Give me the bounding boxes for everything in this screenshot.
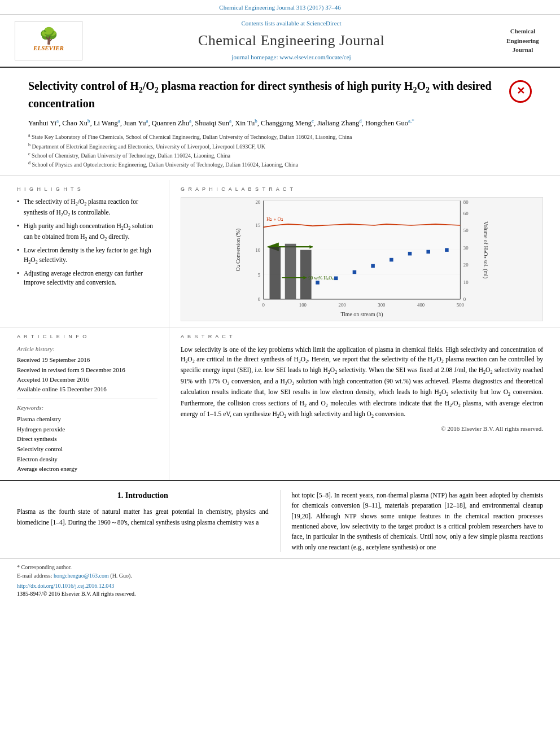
article-title-block: Selectivity control of H2/O2 plasma reac… (28, 78, 532, 112)
svg-text:20: 20 (255, 199, 260, 205)
corresponding-author-note: * Corresponding author. (17, 563, 543, 571)
crossmark-icon: ✕ (517, 84, 525, 98)
article-title-section: Selectivity control of H2/O2 plasma reac… (0, 68, 560, 176)
elsevier-logo-box: 🌳 ELSEVIER (15, 21, 82, 60)
svg-text:5: 5 (258, 272, 261, 278)
graphical-abstract-column: G R A P H I C A L A B S T R A C T (169, 180, 543, 327)
affiliations-list: a State Key Laboratory of Fine Chemicals… (28, 132, 532, 169)
divider (17, 399, 158, 399)
affiliation-c: c School of Chemistry, Dalian University… (28, 151, 532, 160)
keywords-list: Plasma chemistry Hydrogen peroxide Direc… (17, 414, 158, 474)
highlight-item-1: The selectivity of H2/O2 plasma reaction… (17, 197, 158, 218)
highlight-item-2: High purity and high concentration H2O2 … (17, 221, 158, 242)
email-note: E-mail address: hongchenguo@163.com (H. … (17, 571, 543, 580)
journal-header: 🌳 ELSEVIER Contents lists available at S… (0, 15, 560, 67)
graphical-abstract-chart: 0 5 10 15 20 0 10 20 30 50 60 80 0 100 2… (181, 197, 543, 321)
svg-text:10: 10 (255, 247, 260, 253)
highlights-column: H I G H L I G H T S The selectivity of H… (17, 180, 169, 327)
highlight-item-3: Low electron density is the key factor t… (17, 246, 158, 265)
chart-svg: 0 5 10 15 20 0 10 20 30 50 60 80 0 100 2… (181, 198, 542, 321)
highlights-graphical-section: H I G H L I G H T S The selectivity of H… (0, 180, 560, 328)
doi-link[interactable]: http://dx.doi.org/10.1016/j.cej.2016.12.… (17, 582, 543, 590)
svg-text:0: 0 (258, 296, 261, 302)
body-left-column: 1. Introduction Plasma as the fourth sta… (17, 490, 280, 552)
svg-text:10: 10 (463, 279, 469, 285)
article-info-abstract-section: A R T I C L E I N F O Article history: R… (0, 327, 560, 481)
abstract-text: Low selectivity is one of the key proble… (181, 345, 543, 420)
keywords-label: Keywords: (17, 404, 158, 412)
journal-sidebar-label: ChemicalEngineeringJournal (506, 28, 539, 53)
article-info-column: A R T I C L E I N F O Article history: R… (17, 327, 169, 480)
svg-text:50: 50 (463, 228, 469, 233)
svg-rect-36 (353, 270, 357, 274)
abstract-label: A B S T R A C T (181, 333, 543, 340)
graphical-abstract-label: G R A P H I C A L A B S T R A C T (181, 186, 543, 193)
received-revised-date: Received in revised form 9 December 2016 (17, 366, 158, 374)
keyword-4: Selectivity control (17, 444, 158, 455)
keyword-2: Hydrogen peroxide (17, 425, 158, 435)
introduction-title: 1. Introduction (17, 490, 269, 501)
svg-rect-32 (285, 244, 296, 299)
issn-text: 1385-8947/© 2016 Elsevier B.V. All right… (17, 590, 543, 598)
svg-rect-31 (270, 247, 281, 299)
affiliation-d: d School of Physics and Optoelectronic E… (28, 160, 532, 169)
affiliation-b: b Department of Electrical Engineering a… (28, 142, 532, 151)
svg-text:Time on stream (h): Time on stream (h) (340, 312, 383, 318)
svg-rect-41 (445, 248, 449, 252)
corresponding-author-label: * Corresponding author. (17, 564, 72, 570)
authors-list: Yanhui Yia, Chao Xub, Li Wanga, Juan Yua… (28, 117, 532, 129)
article-info-label: A R T I C L E I N F O (17, 333, 158, 340)
svg-text:400: 400 (417, 302, 425, 308)
keyword-3: Direct synthesis (17, 434, 158, 444)
svg-text:90 wt% H₂O₂: 90 wt% H₂O₂ (308, 276, 334, 281)
sciencedirect-link[interactable]: Contents lists available at ScienceDirec… (88, 19, 495, 28)
journal-homepage-url[interactable]: journal homepage: www.elsevier.com/locat… (88, 53, 495, 62)
article-history-label: Article history: (17, 345, 158, 353)
journal-reference-bar: Chemical Engineering Journal 313 (2017) … (0, 0, 560, 15)
abstract-column: A B S T R A C T Low selectivity is one o… (169, 327, 543, 480)
journal-sidebar-title: ChemicalEngineeringJournal (495, 27, 551, 55)
svg-text:60: 60 (463, 211, 469, 216)
abstract-copyright: © 2016 Elsevier B.V. All rights reserved… (181, 425, 543, 433)
available-date: Available online 15 December 2016 (17, 385, 158, 394)
svg-text:0: 0 (262, 302, 265, 308)
article-title: Selectivity control of H2/O2 plasma reac… (28, 78, 504, 112)
svg-text:O₂ Conversion (%): O₂ Conversion (%) (235, 229, 242, 272)
svg-rect-39 (408, 252, 412, 256)
svg-text:80: 80 (463, 199, 469, 205)
journal-citation: Chemical Engineering Journal 313 (2017) … (219, 4, 340, 11)
svg-rect-35 (334, 277, 338, 281)
keyword-5: Electron density (17, 455, 158, 465)
elsevier-wordmark: ELSEVIER (33, 44, 64, 53)
introduction-text-left: Plasma as the fourth state of natural ma… (17, 506, 269, 527)
svg-rect-38 (390, 258, 393, 262)
svg-rect-37 (371, 264, 375, 268)
affiliation-a: a State Key Laboratory of Fine Chemicals… (28, 132, 532, 141)
svg-text:100: 100 (299, 302, 307, 308)
svg-text:20: 20 (463, 262, 469, 268)
publisher-logo-area: 🌳 ELSEVIER (9, 21, 88, 60)
email-label: E-mail address: (17, 573, 52, 579)
received-date: Received 19 September 2016 (17, 356, 158, 364)
journal-title-area: Contents lists available at ScienceDirec… (88, 19, 495, 62)
highlights-list: The selectivity of H2/O2 plasma reaction… (17, 197, 158, 287)
svg-text:200: 200 (339, 302, 347, 308)
accepted-date: Accepted 10 December 2016 (17, 375, 158, 384)
svg-text:15: 15 (255, 223, 260, 229)
elsevier-tree-icon: 🌳 (39, 28, 59, 44)
svg-text:H₂ + O₂: H₂ + O₂ (266, 217, 283, 222)
svg-rect-34 (316, 281, 320, 285)
highlight-item-4: Adjusting average electron energy can fu… (17, 269, 158, 287)
svg-text:300: 300 (378, 302, 386, 308)
introduction-text-right: hot topic [5–8]. In recent years, non-th… (292, 490, 544, 552)
svg-rect-40 (426, 250, 430, 254)
body-section: 1. Introduction Plasma as the fourth sta… (0, 481, 560, 558)
svg-text:500: 500 (457, 302, 465, 308)
svg-text:30: 30 (463, 245, 469, 251)
email-address[interactable]: hongchenguo@163.com (54, 573, 109, 579)
keyword-1: Plasma chemistry (17, 414, 158, 425)
highlights-label: H I G H L I G H T S (17, 186, 158, 193)
crossmark-badge[interactable]: ✕ (509, 80, 532, 103)
journal-title: Chemical Engineering Journal (88, 30, 495, 51)
keyword-6: Average electron energy (17, 464, 158, 474)
